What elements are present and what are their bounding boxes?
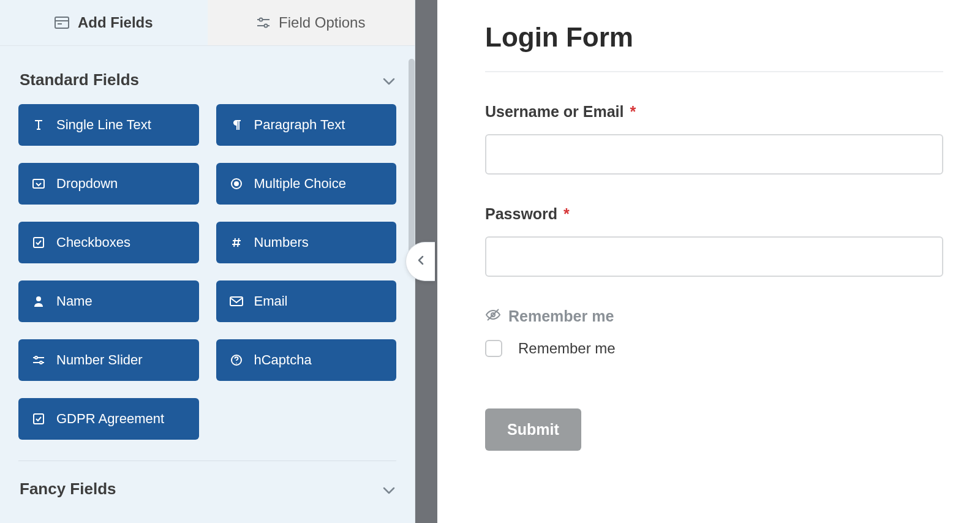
- question-circle-icon: [230, 354, 243, 366]
- field-dropdown[interactable]: Dropdown: [18, 163, 199, 205]
- svg-line-17: [238, 238, 239, 247]
- eye-slash-icon: [485, 307, 501, 325]
- form-preview: Login Form Username or Email * Password …: [437, 0, 980, 523]
- field-password[interactable]: Password *: [485, 205, 943, 277]
- fields-panel: Add Fields Field Options Standard Fields: [0, 0, 415, 523]
- tab-add-fields-label: Add Fields: [78, 14, 153, 31]
- sliders-icon: [257, 17, 270, 29]
- field-remember[interactable]: Remember me Remember me: [485, 307, 943, 357]
- password-input[interactable]: [485, 236, 943, 277]
- username-label-row: Username or Email *: [485, 103, 943, 121]
- field-single-line-text-label: Single Line Text: [56, 117, 151, 133]
- field-number-slider-label: Number Slider: [56, 352, 143, 368]
- title-separator: [485, 71, 943, 72]
- field-hcaptcha[interactable]: hCaptcha: [216, 339, 397, 381]
- remember-checkbox[interactable]: [485, 340, 502, 357]
- username-label: Username or Email: [485, 103, 624, 121]
- field-gdpr-label: GDPR Agreement: [56, 411, 164, 427]
- remember-heading: Remember me: [485, 307, 943, 325]
- svg-point-25: [236, 363, 237, 364]
- chevron-down-icon: [383, 480, 395, 499]
- submit-label: Submit: [507, 421, 559, 438]
- dropdown-icon: [32, 178, 45, 189]
- password-label: Password: [485, 205, 557, 223]
- panel-body: Standard Fields Single Line Text Para: [0, 46, 415, 523]
- user-icon: [32, 296, 45, 307]
- field-multiple-choice-label: Multiple Choice: [254, 176, 346, 192]
- panel-tabs: Add Fields Field Options: [0, 0, 415, 46]
- standard-fields-grid: Single Line Text Paragraph Text Dropdown: [18, 104, 396, 461]
- required-mark: *: [630, 103, 636, 121]
- section-fancy-fields[interactable]: Fancy Fields: [18, 473, 396, 505]
- section-standard-label: Standard Fields: [20, 70, 139, 89]
- tab-field-options-label: Field Options: [279, 14, 365, 31]
- tab-add-fields[interactable]: Add Fields: [0, 0, 208, 45]
- field-numbers[interactable]: Numbers: [216, 222, 397, 263]
- svg-rect-19: [230, 297, 243, 306]
- field-paragraph-text[interactable]: Paragraph Text: [216, 104, 397, 146]
- svg-point-23: [40, 361, 42, 364]
- tab-field-options[interactable]: Field Options: [208, 0, 415, 45]
- section-fancy-label: Fancy Fields: [20, 480, 116, 499]
- radio-icon: [230, 178, 243, 190]
- svg-point-18: [36, 296, 41, 301]
- svg-rect-0: [55, 17, 69, 28]
- field-checkboxes-label: Checkboxes: [56, 235, 130, 250]
- submit-button[interactable]: Submit: [485, 408, 581, 451]
- password-label-row: Password *: [485, 205, 943, 223]
- envelope-icon: [230, 296, 243, 306]
- field-number-slider[interactable]: Number Slider: [18, 339, 199, 381]
- field-hcaptcha-label: hCaptcha: [254, 352, 312, 368]
- required-mark: *: [564, 205, 570, 223]
- field-dropdown-label: Dropdown: [56, 176, 118, 192]
- chevron-left-icon: [417, 255, 424, 268]
- svg-point-4: [260, 18, 263, 21]
- checkbox-icon: [32, 413, 45, 425]
- remember-option-row: Remember me: [485, 340, 943, 357]
- field-email[interactable]: Email: [216, 280, 397, 322]
- field-name-label: Name: [56, 293, 92, 309]
- chevron-down-icon: [383, 70, 395, 89]
- svg-rect-26: [34, 414, 43, 424]
- field-single-line-text[interactable]: Single Line Text: [18, 104, 199, 146]
- field-email-label: Email: [254, 293, 288, 309]
- form-title: Login Form: [485, 22, 943, 53]
- field-gdpr-agreement[interactable]: GDPR Agreement: [18, 398, 199, 440]
- field-name[interactable]: Name: [18, 280, 199, 322]
- username-input[interactable]: [485, 134, 943, 175]
- form-icon: [55, 17, 69, 29]
- field-paragraph-text-label: Paragraph Text: [254, 117, 345, 133]
- checkbox-icon: [32, 236, 45, 249]
- scrollbar-thumb[interactable]: [409, 59, 415, 261]
- remember-title: Remember me: [508, 307, 614, 325]
- field-numbers-label: Numbers: [254, 235, 309, 250]
- svg-point-21: [35, 356, 37, 359]
- svg-point-6: [265, 24, 268, 28]
- svg-rect-10: [33, 179, 44, 188]
- sliders-icon: [32, 355, 45, 366]
- paragraph-icon: [230, 119, 243, 130]
- svg-rect-13: [34, 238, 43, 247]
- field-checkboxes[interactable]: Checkboxes: [18, 222, 199, 263]
- remember-option-label: Remember me: [518, 340, 616, 357]
- field-username[interactable]: Username or Email *: [485, 103, 943, 175]
- panel-divider: [415, 0, 437, 523]
- svg-line-16: [234, 238, 235, 247]
- field-multiple-choice[interactable]: Multiple Choice: [216, 163, 397, 205]
- section-standard-fields[interactable]: Standard Fields: [18, 64, 396, 104]
- svg-point-12: [235, 182, 238, 186]
- text-cursor-icon: [32, 119, 45, 130]
- hash-icon: [230, 237, 243, 248]
